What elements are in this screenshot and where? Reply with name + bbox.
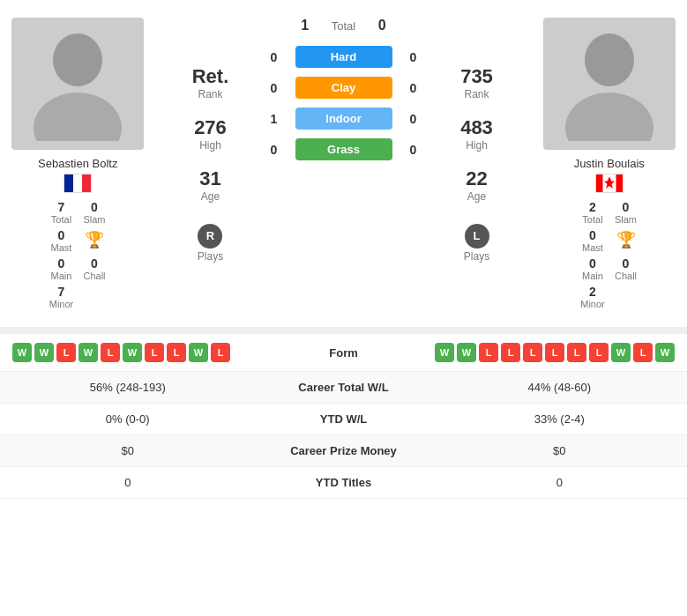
surface-right-score-1: 0 bbox=[405, 81, 422, 95]
svg-rect-4 bbox=[82, 174, 91, 192]
section-separator bbox=[0, 327, 687, 334]
right-player-card: Justin Boulais 2 Total 0 Slam bbox=[532, 9, 687, 318]
stats-right-0: 44% (48-60) bbox=[432, 381, 688, 394]
top-section: Sebastien Boltz 7 Total 0 Slam 0 bbox=[0, 0, 687, 327]
left-mast-val: 0 bbox=[58, 228, 65, 242]
left-trophy-icon: 🏆 bbox=[85, 230, 104, 249]
stats-left-2: $0 bbox=[0, 444, 256, 457]
left-minor-label: Minor bbox=[49, 299, 74, 309]
right-age-val: 22 bbox=[466, 167, 487, 190]
total-right-score: 0 bbox=[373, 18, 391, 33]
svg-rect-2 bbox=[64, 174, 73, 192]
left-age-stat: 31 Age bbox=[199, 167, 220, 203]
left-slam-val: 0 bbox=[91, 200, 98, 214]
right-badge-5: L bbox=[545, 343, 564, 362]
right-main-cell: 0 Main bbox=[580, 256, 605, 281]
left-high-stat: 276 High bbox=[194, 116, 227, 152]
right-slam-label: Slam bbox=[615, 214, 637, 225]
right-plays-stat: L Plays bbox=[464, 219, 489, 263]
right-mast-label: Mast bbox=[582, 242, 603, 253]
surface-left-score-0: 0 bbox=[265, 50, 283, 64]
surface-btn-indoor[interactable]: Indoor bbox=[295, 108, 392, 130]
surface-right-score-3: 0 bbox=[405, 143, 422, 157]
left-total-cell: 7 Total bbox=[49, 200, 74, 225]
right-slam-cell: 0 Slam bbox=[614, 200, 638, 225]
svg-point-0 bbox=[53, 33, 102, 86]
left-badge-8: W bbox=[189, 343, 208, 362]
left-mast-cell: 0 Mast bbox=[49, 228, 74, 253]
surface-right-score-2: 0 bbox=[405, 112, 422, 126]
left-plays-label: Plays bbox=[198, 250, 223, 263]
right-minor-label: Minor bbox=[580, 299, 605, 309]
left-plays-row: R bbox=[198, 224, 223, 249]
left-badge-4: L bbox=[101, 343, 120, 362]
surface-btn-clay[interactable]: Clay bbox=[295, 77, 392, 99]
svg-rect-8 bbox=[596, 174, 603, 192]
surface-btn-grass[interactable]: Grass bbox=[295, 138, 392, 160]
right-chall-label: Chall bbox=[615, 271, 637, 281]
center-column: 1 Total 0 0 Hard 0 0 Clay 0 1 Indoor 0 0… bbox=[265, 9, 422, 318]
left-flag-icon bbox=[63, 174, 92, 193]
right-player-stats: 2 Total 0 Slam 0 Mast 🏆 0 Main bbox=[580, 200, 638, 309]
right-chall-cell: 0 Chall bbox=[614, 256, 638, 281]
right-total-label: Total bbox=[582, 214, 602, 225]
form-label: Form bbox=[300, 346, 388, 360]
left-main-val: 0 bbox=[58, 256, 65, 271]
right-total-cell: 2 Total bbox=[580, 200, 605, 225]
stats-center-1: YTD W/L bbox=[256, 412, 432, 426]
left-plays-stat: R Plays bbox=[198, 219, 223, 263]
surface-rows: 0 Hard 0 0 Clay 0 1 Indoor 0 0 Grass 0 bbox=[265, 46, 422, 160]
left-badge-3: W bbox=[78, 343, 98, 362]
left-slam-label: Slam bbox=[83, 214, 105, 225]
right-high-label: High bbox=[460, 139, 493, 152]
left-total-val: 7 bbox=[58, 200, 65, 214]
right-badge-9: L bbox=[633, 343, 653, 362]
left-player-card: Sebastien Boltz 7 Total 0 Slam 0 bbox=[0, 9, 155, 318]
surface-row-indoor: 1 Indoor 0 bbox=[265, 108, 422, 130]
right-slam-val: 0 bbox=[623, 200, 630, 214]
svg-point-1 bbox=[34, 93, 122, 141]
right-mid-panel: 735 Rank 483 High 22 Age L Plays bbox=[422, 9, 532, 318]
surface-btn-hard[interactable]: Hard bbox=[295, 46, 392, 68]
stats-left-0: 56% (248-193) bbox=[0, 381, 256, 394]
right-mast-val: 0 bbox=[589, 228, 596, 242]
right-high-val: 483 bbox=[460, 116, 493, 139]
right-minor-cell: 2 Minor bbox=[580, 285, 605, 309]
stats-right-1: 33% (2-4) bbox=[432, 412, 688, 426]
left-badge-5: W bbox=[123, 343, 142, 362]
left-age-val: 31 bbox=[199, 167, 220, 190]
right-flag-icon bbox=[595, 174, 624, 193]
right-player-photo bbox=[543, 18, 676, 150]
stats-center-2: Career Prize Money bbox=[256, 444, 432, 457]
left-minor-val: 7 bbox=[58, 285, 65, 299]
stats-right-2: $0 bbox=[432, 444, 688, 457]
right-player-name: Justin Boulais bbox=[574, 157, 645, 170]
stats-left-3: 0 bbox=[0, 476, 256, 489]
stats-row-3: 0 YTD Titles 0 bbox=[0, 466, 687, 499]
left-badge-7: L bbox=[167, 343, 186, 362]
total-left-score: 1 bbox=[296, 18, 314, 33]
surface-left-score-3: 0 bbox=[265, 143, 283, 157]
svg-rect-3 bbox=[73, 174, 82, 192]
left-high-val: 276 bbox=[194, 116, 227, 139]
left-badge-2: L bbox=[56, 343, 76, 362]
left-flag-container bbox=[63, 174, 92, 193]
right-badge-7: L bbox=[589, 343, 609, 362]
surface-row-grass: 0 Grass 0 bbox=[265, 138, 422, 160]
right-rank-stat: 735 Rank bbox=[460, 65, 493, 100]
left-badge-0: W bbox=[12, 343, 32, 362]
right-badge-2: L bbox=[479, 343, 498, 362]
left-age-label: Age bbox=[199, 190, 220, 203]
left-player-photo bbox=[11, 18, 144, 150]
stats-center-0: Career Total W/L bbox=[256, 381, 432, 394]
left-total-label: Total bbox=[51, 214, 71, 225]
right-plays-badge: L bbox=[465, 224, 489, 249]
right-plays-row: L bbox=[464, 224, 489, 249]
right-mast-cell: 0 Mast bbox=[580, 228, 605, 253]
right-badge-1: W bbox=[457, 343, 476, 362]
svg-point-6 bbox=[565, 93, 653, 141]
stats-table: 56% (248-193) Career Total W/L 44% (48-6… bbox=[0, 371, 687, 499]
left-badge-6: L bbox=[145, 343, 164, 362]
left-slam-cell: 0 Slam bbox=[82, 200, 107, 225]
stats-row-2: $0 Career Prize Money $0 bbox=[0, 434, 687, 466]
